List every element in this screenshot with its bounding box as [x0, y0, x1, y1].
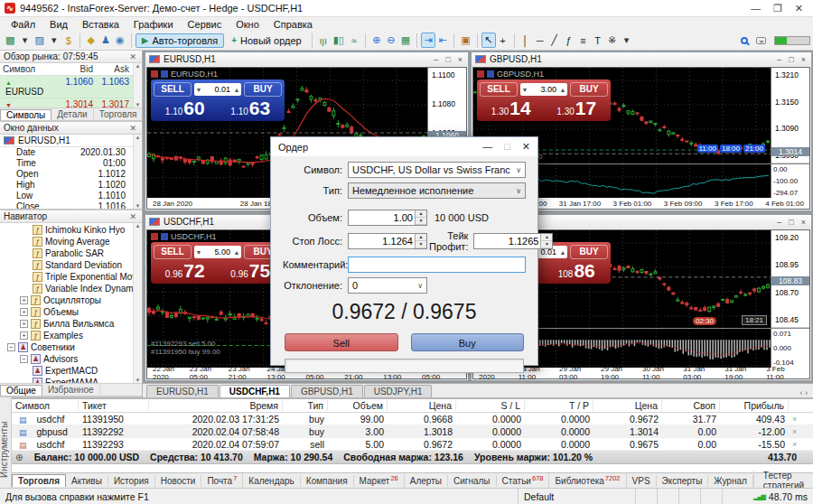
- navigator-icon[interactable]: ♟: [98, 33, 113, 48]
- scrollbar[interactable]: ▲▼: [133, 63, 142, 107]
- market-watch-row[interactable]: ▲EURUSD 1.1060 1.1063: [0, 76, 133, 98]
- tab-scroll-arrows[interactable]: ‹ ›: [795, 388, 813, 397]
- table-row[interactable]: ▤usdchf 113919502020.02.03 17:31:25 buy9…: [12, 413, 813, 425]
- sell-price[interactable]: 1.3014: [480, 98, 543, 118]
- trendline-icon[interactable]: ╱: [547, 33, 562, 48]
- symbol-select[interactable]: USDCHF, US Dollar vs Swiss Franc∨: [348, 162, 526, 178]
- comment-input[interactable]: [348, 257, 526, 273]
- zoom-in-icon[interactable]: ⊕: [369, 33, 384, 48]
- candle-chart-icon[interactable]: ▮▯: [331, 33, 347, 48]
- buy-button[interactable]: BUY: [570, 245, 608, 259]
- terminal-tab[interactable]: Активы: [66, 475, 108, 487]
- auto-scroll-icon[interactable]: ⇤: [435, 33, 450, 48]
- maximize-icon[interactable]: □: [789, 55, 793, 64]
- tree-item-indicator[interactable]: ƒIchimoku Kinko Hyo: [0, 224, 133, 236]
- new-order-button[interactable]: + Новый ордер: [225, 33, 308, 48]
- take-profit-input[interactable]: [474, 234, 540, 248]
- maximize-icon[interactable]: □: [789, 218, 793, 227]
- buy-button[interactable]: BUY: [570, 82, 608, 97]
- volume-stepper[interactable]: ▼0.01▲: [194, 83, 241, 96]
- close-position-icon[interactable]: ×: [789, 427, 800, 436]
- close-position-icon[interactable]: ×: [789, 415, 800, 424]
- scrollbar[interactable]: ▲▼: [133, 223, 142, 383]
- fibonacci-icon[interactable]: ƒ: [562, 33, 576, 48]
- menu-item[interactable]: Вставка: [75, 19, 126, 30]
- tree-group[interactable]: +ƒОбъемы: [0, 306, 133, 318]
- table-row[interactable]: ▤usdchf 113922932020.02.04 07:59:07 sell…: [12, 438, 813, 451]
- close-icon[interactable]: ×: [458, 55, 463, 64]
- terminal-tab[interactable]: История: [108, 475, 155, 487]
- tree-item-expert[interactable]: ♟ExpertMACD: [0, 365, 133, 377]
- chat-icon[interactable]: [756, 37, 766, 44]
- terminal-tab[interactable]: Новости: [155, 475, 202, 487]
- buy-price[interactable]: 10886: [546, 261, 609, 281]
- tree-group-experts[interactable]: −♟Советники: [0, 341, 133, 353]
- menu-item[interactable]: Сервис: [181, 19, 229, 30]
- chart-tab[interactable]: GBPUSD,H1: [291, 385, 363, 397]
- close-icon[interactable]: ✕: [795, 3, 803, 14]
- buy-price[interactable]: 1.1063: [220, 98, 283, 118]
- minimize-icon[interactable]: –: [777, 55, 781, 64]
- expand-icon[interactable]: +: [20, 331, 28, 340]
- close-position-icon[interactable]: ×: [789, 440, 800, 449]
- buy-button[interactable]: Buy: [411, 333, 525, 351]
- terminal-tab[interactable]: Статьи678: [497, 473, 550, 487]
- tree-item-expert[interactable]: ♟ExpertMAMA: [0, 377, 133, 383]
- deviation-select[interactable]: 0∨: [348, 277, 427, 294]
- channels-icon[interactable]: ≡: [576, 33, 591, 48]
- stop-loss-input[interactable]: [349, 234, 415, 248]
- search-icon[interactable]: [741, 37, 748, 44]
- buy-price[interactable]: 1.3017: [546, 98, 609, 118]
- terminal-tab[interactable]: Почта7: [201, 473, 243, 487]
- arrows-dropdown-icon[interactable]: ▾: [620, 33, 634, 48]
- take-profit-stepper[interactable]: ▲▼: [473, 233, 553, 249]
- crosshair-icon[interactable]: +: [496, 33, 510, 48]
- chart-shift-icon[interactable]: ⇥: [421, 33, 435, 48]
- sell-button[interactable]: SELL: [480, 82, 518, 97]
- tab-common[interactable]: Общие: [0, 385, 42, 396]
- bar-chart-icon[interactable]: ıȷı: [316, 33, 331, 48]
- tree-item-indicator[interactable]: ƒStandard Deviation: [0, 259, 133, 271]
- chart-tab[interactable]: USDJPY,H1: [364, 385, 433, 397]
- close-icon[interactable]: ×: [801, 218, 806, 227]
- horizontal-line-icon[interactable]: ─: [533, 33, 547, 48]
- spin-up-icon[interactable]: ▲: [416, 210, 426, 218]
- spin-up-icon[interactable]: ▲: [541, 234, 552, 241]
- minimize-icon[interactable]: —: [482, 141, 492, 153]
- new-chart-dropdown-icon[interactable]: ▾: [17, 33, 32, 48]
- auto-trading-button[interactable]: ▶ Авто-торговля: [136, 33, 224, 48]
- chart-tab[interactable]: EURUSD,H1: [146, 385, 219, 397]
- volume-stepper[interactable]: ▲▼: [348, 210, 427, 226]
- profiles-dropdown-icon[interactable]: ▾: [47, 33, 61, 48]
- menu-item[interactable]: Вид: [42, 19, 75, 30]
- buy-button[interactable]: BUY: [244, 82, 282, 97]
- tree-group[interactable]: +ƒБилла Вильямса: [0, 318, 133, 330]
- close-icon[interactable]: ✕: [127, 212, 138, 221]
- spin-up-icon[interactable]: ▲: [416, 234, 426, 241]
- cursor-icon[interactable]: ↖: [481, 33, 496, 48]
- terminal-tab[interactable]: Алерты: [405, 475, 448, 487]
- menu-item[interactable]: Файл: [4, 19, 42, 30]
- zoom-out-icon[interactable]: ⊖: [384, 33, 398, 48]
- tree-item-indicator[interactable]: ƒParabolic SAR: [0, 247, 133, 259]
- terminal-icon[interactable]: ◉: [113, 33, 127, 48]
- sell-button[interactable]: SELL: [154, 82, 192, 97]
- minimize-icon[interactable]: —: [751, 3, 761, 14]
- expand-icon[interactable]: +: [20, 320, 28, 328]
- close-icon[interactable]: ✕: [522, 141, 530, 153]
- spin-down-icon[interactable]: ▼: [416, 218, 426, 225]
- minimize-icon[interactable]: –: [777, 218, 781, 227]
- volume-stepper[interactable]: ▼5.00▲: [194, 246, 241, 258]
- terminal-tab[interactable]: Сигналы: [448, 475, 497, 487]
- collapse-icon[interactable]: −: [7, 343, 15, 351]
- terminal-tab[interactable]: Календарь: [243, 475, 300, 487]
- sell-price[interactable]: 0.9672: [154, 261, 217, 281]
- volume-stepper[interactable]: ▼3.00▲: [520, 83, 567, 96]
- expand-icon[interactable]: ⊕: [15, 452, 23, 462]
- terminal-tab[interactable]: Маркет26: [354, 473, 405, 487]
- sell-button[interactable]: Sell: [285, 333, 398, 351]
- close-icon[interactable]: ×: [801, 55, 806, 64]
- close-icon[interactable]: ✕: [127, 124, 138, 133]
- tile-windows-icon[interactable]: ▦: [398, 33, 413, 48]
- table-row[interactable]: ▤gbpusd 113922922020.02.04 07:58:48 buy3…: [12, 425, 813, 438]
